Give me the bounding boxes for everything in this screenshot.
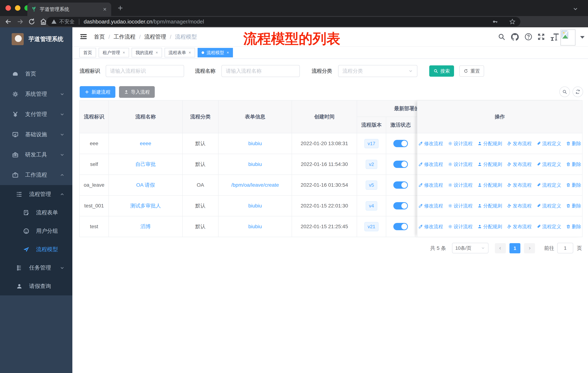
form-info-link[interactable]: /bpm/oa/leave/create	[231, 182, 279, 188]
action-publish-link[interactable]: 发布流程	[507, 203, 532, 209]
next-page-button[interactable]	[524, 243, 535, 253]
current-page-button[interactable]: 1	[509, 243, 520, 253]
minimize-window-button[interactable]	[15, 5, 21, 11]
view-tag[interactable]: 流程模型×	[198, 48, 233, 57]
active-toggle[interactable]	[393, 202, 408, 210]
fullscreen-icon[interactable]	[537, 33, 545, 41]
action-trash-link[interactable]: 删除	[566, 161, 581, 168]
view-tag[interactable]: 首页	[79, 48, 96, 57]
page-size-select[interactable]: 10条/页	[452, 243, 488, 253]
browser-tab[interactable]: 芋道管理系统	[27, 2, 111, 16]
tab-close-icon[interactable]	[102, 7, 107, 12]
breadcrumb-item[interactable]: 工作流程	[114, 33, 136, 40]
sidebar-item-monitor[interactable]: 基础设施	[0, 124, 72, 145]
active-toggle[interactable]	[393, 181, 408, 189]
github-icon[interactable]	[511, 33, 519, 41]
view-tag[interactable]: 流程表单×	[165, 48, 195, 57]
avatar-caret-icon[interactable]	[580, 36, 585, 39]
sidebar-item-yen[interactable]: 支付管理	[0, 104, 72, 124]
action-design-link[interactable]: 设计流程	[448, 141, 473, 147]
action-edit-link[interactable]: 修改流程	[418, 141, 443, 147]
close-icon[interactable]: ×	[189, 50, 191, 55]
model-name-link[interactable]: OA 请假	[136, 181, 155, 189]
address-bar[interactable]: 不安全 dashboard.yudao.iocoder.cn/bpm/manag…	[46, 17, 520, 26]
filter-id-input[interactable]	[106, 65, 184, 77]
view-tag[interactable]: 租户管理×	[99, 48, 129, 57]
action-trash-link[interactable]: 删除	[566, 223, 581, 230]
action-definition-link[interactable]: 流程定义	[536, 141, 561, 147]
close-icon[interactable]: ×	[227, 50, 229, 55]
sidebar-item-dashboard[interactable]: 首页	[0, 64, 72, 84]
form-info-link[interactable]: biubiu	[248, 224, 262, 230]
action-edit-link[interactable]: 修改流程	[418, 223, 443, 230]
reset-button[interactable]: 重置	[459, 65, 484, 77]
close-window-button[interactable]	[5, 5, 11, 11]
search-icon[interactable]	[498, 33, 506, 41]
sidebar-item-group[interactable]: 用户分组	[0, 222, 72, 240]
model-name-link[interactable]: eeee	[140, 141, 151, 146]
tab-search-chevron-icon[interactable]	[572, 6, 578, 12]
bookmark-star-icon[interactable]	[509, 18, 516, 25]
sidebar-item-briefcase[interactable]: 工作流程	[0, 165, 72, 185]
action-assign-link[interactable]: 分配规则	[477, 182, 502, 188]
sidebar-item-list[interactable]: 流程管理	[0, 185, 72, 203]
filter-category-select[interactable]: 流程分类	[338, 65, 417, 77]
view-tag[interactable]: 我的流程×	[132, 48, 162, 57]
import-model-button[interactable]: 导入流程	[119, 86, 155, 98]
action-trash-link[interactable]: 删除	[566, 141, 581, 147]
action-definition-link[interactable]: 流程定义	[536, 203, 561, 209]
model-name-link[interactable]: 滔博	[141, 223, 151, 230]
sidebar-item-form[interactable]: 流程表单	[0, 203, 72, 222]
form-info-link[interactable]: biubiu	[248, 203, 262, 209]
sidebar-item-gear[interactable]: 系统管理	[0, 84, 72, 104]
sidebar-item-send[interactable]: 流程模型	[0, 240, 72, 259]
filter-name-input[interactable]	[221, 65, 300, 77]
model-name-link[interactable]: 测试多审批人	[130, 202, 161, 209]
help-icon[interactable]	[524, 33, 532, 41]
sidebar-item-tree[interactable]: 任务管理	[0, 259, 72, 277]
avatar[interactable]	[560, 30, 575, 46]
model-name-link[interactable]: 自己审批	[136, 161, 156, 168]
back-icon[interactable]	[4, 18, 12, 26]
reload-icon[interactable]	[28, 18, 36, 26]
action-design-link[interactable]: 设计流程	[448, 223, 473, 230]
action-design-link[interactable]: 设计流程	[448, 182, 473, 188]
forward-icon[interactable]	[16, 18, 24, 26]
table-refresh-button[interactable]	[573, 87, 583, 97]
action-definition-link[interactable]: 流程定义	[536, 182, 561, 188]
action-definition-link[interactable]: 流程定义	[536, 161, 561, 168]
action-publish-link[interactable]: 发布流程	[507, 223, 532, 230]
close-icon[interactable]: ×	[123, 50, 125, 55]
action-design-link[interactable]: 设计流程	[448, 203, 473, 209]
new-tab-button[interactable]	[117, 4, 124, 12]
goto-page-input[interactable]	[557, 243, 573, 253]
action-design-link[interactable]: 设计流程	[448, 161, 473, 168]
active-toggle[interactable]	[393, 223, 408, 230]
security-label[interactable]: 不安全	[59, 18, 74, 25]
search-button[interactable]: 搜索	[429, 65, 454, 77]
action-publish-link[interactable]: 发布流程	[507, 141, 532, 147]
action-assign-link[interactable]: 分配规则	[477, 161, 502, 168]
action-assign-link[interactable]: 分配规则	[477, 141, 502, 147]
action-trash-link[interactable]: 删除	[566, 182, 581, 188]
action-edit-link[interactable]: 修改流程	[418, 182, 443, 188]
action-publish-link[interactable]: 发布流程	[507, 182, 532, 188]
sidebar-collapse-icon[interactable]	[79, 32, 88, 41]
active-toggle[interactable]	[393, 140, 408, 147]
sidebar-item-toolbox[interactable]: 研发工具	[0, 145, 72, 165]
form-info-link[interactable]: biubiu	[248, 161, 262, 167]
breadcrumb-item[interactable]: 流程管理	[144, 33, 166, 40]
create-model-button[interactable]: 新建流程	[80, 86, 115, 98]
action-trash-link[interactable]: 删除	[566, 203, 581, 209]
action-publish-link[interactable]: 发布流程	[507, 161, 532, 168]
sidebar-item-user[interactable]: 请假查询	[0, 277, 72, 295]
key-icon[interactable]	[492, 19, 498, 25]
action-edit-link[interactable]: 修改流程	[418, 203, 443, 209]
action-assign-link[interactable]: 分配规则	[477, 203, 502, 209]
close-icon[interactable]: ×	[156, 50, 158, 55]
action-assign-link[interactable]: 分配规则	[477, 223, 502, 230]
font-size-icon[interactable]	[550, 33, 559, 41]
home-icon[interactable]	[39, 18, 47, 26]
breadcrumb-item[interactable]: 首页	[94, 33, 105, 40]
active-toggle[interactable]	[393, 161, 408, 168]
